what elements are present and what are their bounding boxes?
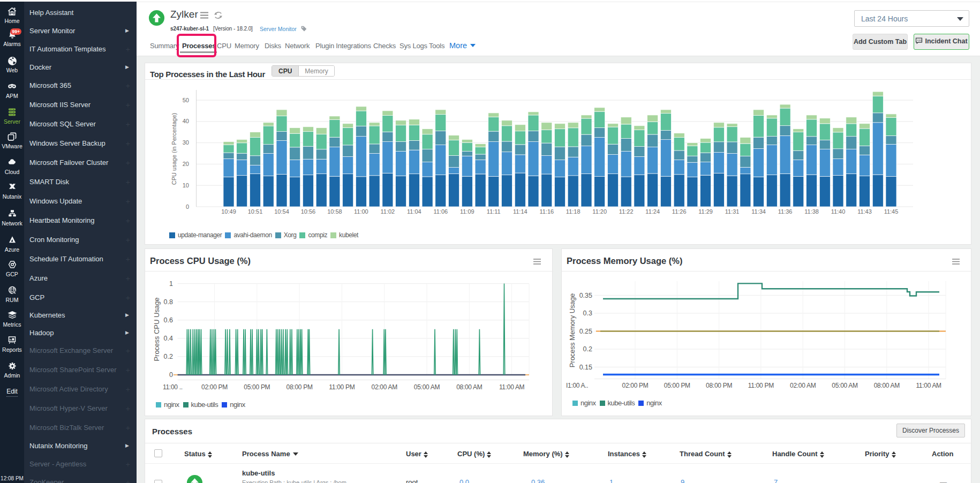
svg-text:10:51: 10:51 <box>248 208 263 215</box>
svg-text:11:02: 11:02 <box>381 208 395 215</box>
svg-text:11:00 AM: 11:00 AM <box>499 383 525 391</box>
svg-text:0.8: 0.8 <box>164 298 173 306</box>
svg-text:11:00 PM: 11:00 PM <box>748 382 774 389</box>
svg-text:02:00 PM: 02:00 PM <box>201 383 228 391</box>
svg-text:0.35: 0.35 <box>579 292 592 299</box>
svg-text:05:00 AM: 05:00 AM <box>832 382 858 389</box>
svg-text:08:00 PM: 08:00 PM <box>706 382 732 389</box>
svg-text:08:00 PM: 08:00 PM <box>287 383 313 391</box>
svg-text:10:49: 10:49 <box>221 208 236 215</box>
svg-text:11:43: 11:43 <box>857 208 872 215</box>
svg-text:0.3: 0.3 <box>583 310 592 317</box>
svg-text:10: 10 <box>183 182 189 188</box>
svg-text:11:09: 11:09 <box>460 208 474 215</box>
svg-text:50: 50 <box>183 97 189 103</box>
svg-text:11:26: 11:26 <box>672 208 687 215</box>
svg-text:08:00 AM: 08:00 AM <box>874 382 900 389</box>
svg-text:Process CPU Usage: Process CPU Usage <box>153 297 161 361</box>
svg-text:02:00 PM: 02:00 PM <box>622 382 649 389</box>
svg-text:0.15: 0.15 <box>579 364 592 371</box>
svg-text:0.2: 0.2 <box>164 353 173 360</box>
svg-text:0.4: 0.4 <box>164 335 173 342</box>
svg-text:11:00 PM: 11:00 PM <box>329 383 355 391</box>
svg-text:11:00 ..: 11:00 .. <box>163 383 183 391</box>
svg-text:Process Memory Usage: Process Memory Usage <box>568 293 576 368</box>
svg-text:I1:00 A..: I1:00 A.. <box>566 382 588 389</box>
svg-text:05:00 AM: 05:00 AM <box>414 383 440 391</box>
svg-text:11:00 AM: 11:00 AM <box>916 382 941 389</box>
svg-text:11:36: 11:36 <box>778 208 793 215</box>
svg-text:11:45: 11:45 <box>884 208 899 215</box>
svg-text:11:40: 11:40 <box>831 208 846 215</box>
svg-text:0: 0 <box>186 203 189 210</box>
svg-text:05:00 PM: 05:00 PM <box>664 382 690 389</box>
svg-text:CPU usage (in Percentage): CPU usage (in Percentage) <box>171 113 177 185</box>
svg-text:11:29: 11:29 <box>698 208 713 215</box>
svg-text:11:20: 11:20 <box>592 208 607 215</box>
svg-text:11:34: 11:34 <box>751 208 766 215</box>
svg-text:11:22: 11:22 <box>619 208 634 215</box>
svg-text:30: 30 <box>183 139 189 146</box>
svg-text:40: 40 <box>183 118 189 124</box>
svg-text:10:54: 10:54 <box>274 208 289 215</box>
svg-text:11:18: 11:18 <box>566 208 581 215</box>
svg-text:11:04: 11:04 <box>407 208 421 215</box>
svg-text:08:00 AM: 08:00 AM <box>456 383 483 391</box>
svg-text:11:00: 11:00 <box>354 208 368 215</box>
svg-text:11:16: 11:16 <box>539 208 554 215</box>
svg-text:11:24: 11:24 <box>645 208 660 215</box>
svg-text:11:38: 11:38 <box>804 208 819 215</box>
svg-text:11:06: 11:06 <box>433 208 448 215</box>
svg-text:11:31: 11:31 <box>725 208 740 215</box>
svg-text:11:11: 11:11 <box>487 208 501 215</box>
svg-text:1: 1 <box>169 280 173 288</box>
svg-text:10:56: 10:56 <box>301 208 316 215</box>
svg-text:0: 0 <box>169 371 173 379</box>
svg-text:05:00 PM: 05:00 PM <box>244 383 270 391</box>
svg-text:20: 20 <box>183 161 189 167</box>
svg-text:11:14: 11:14 <box>513 208 527 215</box>
svg-text:0.2: 0.2 <box>583 345 592 353</box>
svg-text:02:00 AM: 02:00 AM <box>790 382 816 389</box>
svg-text:0.25: 0.25 <box>579 328 592 335</box>
svg-text:02:00 AM: 02:00 AM <box>372 383 398 391</box>
svg-text:10:58: 10:58 <box>327 208 342 215</box>
svg-text:0.6: 0.6 <box>164 316 173 324</box>
